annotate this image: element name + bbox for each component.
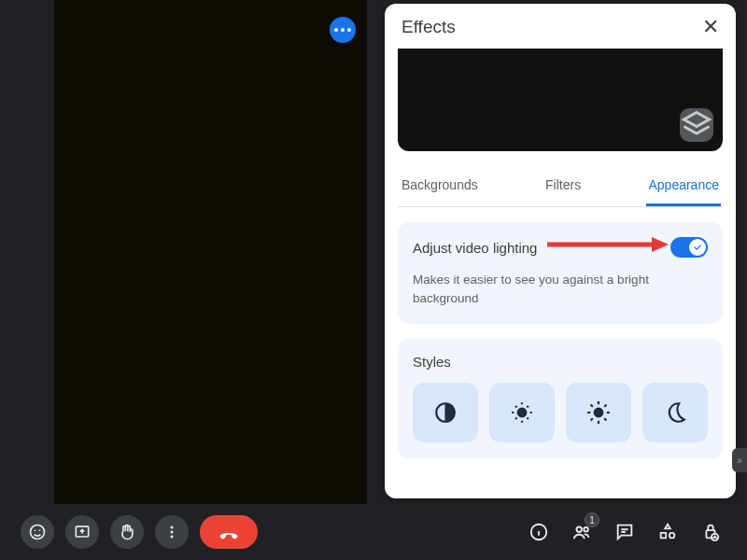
tab-filters[interactable]: Filters [543,170,583,206]
people-count-badge: 1 [585,512,599,527]
present-button[interactable] [65,515,99,549]
activities-button[interactable] [652,516,684,548]
svg-point-13 [577,527,583,533]
svg-point-4 [595,409,603,417]
svg-point-7 [39,530,41,532]
effects-panel-title: Effects [402,17,456,37]
adjust-lighting-label: Adjust video lighting [413,240,537,256]
svg-point-9 [171,526,174,529]
styles-card: Styles [398,339,723,459]
svg-point-6 [35,530,36,532]
svg-point-14 [584,527,588,532]
chat-button[interactable] [609,516,641,548]
svg-point-11 [171,536,174,539]
svg-point-10 [171,531,174,534]
svg-point-5 [31,525,45,539]
self-video-tile [54,0,367,504]
reactions-button[interactable] [21,515,54,549]
host-controls-button[interactable] [695,516,726,548]
end-call-button[interactable] [200,515,258,549]
layers-icon[interactable] [680,108,713,142]
meeting-toolbar: 1 [0,504,747,560]
style-contrast-button[interactable] [413,383,478,442]
styles-title: Styles [413,354,708,370]
effects-tabs: Backgrounds Filters Appearance [398,170,723,207]
video-tile-more-button[interactable] [330,17,356,43]
more-options-button[interactable] [155,515,189,549]
tab-backgrounds[interactable]: Backgrounds [400,170,480,206]
svg-rect-15 [661,533,667,539]
effects-video-preview [398,49,723,151]
style-bright-button[interactable] [566,383,631,442]
svg-point-16 [669,533,675,539]
style-dim-button[interactable] [489,383,555,442]
people-button[interactable]: 1 [566,516,598,548]
adjust-lighting-description: Makes it easier to see you against a bri… [413,271,708,307]
style-moon-button[interactable] [642,383,708,442]
adjust-lighting-card: Adjust video lighting Makes it easier to… [398,222,723,324]
svg-point-3 [518,409,527,417]
adjust-lighting-toggle[interactable] [670,237,708,258]
effects-panel-header: Effects ✕ [385,4,736,49]
side-panel-expand-tab[interactable]: » [732,448,747,472]
effects-panel: Effects ✕ Backgrounds Filters Appearance… [385,4,736,498]
close-icon[interactable]: ✕ [702,17,719,37]
meeting-details-button[interactable] [523,516,555,548]
raise-hand-button[interactable] [110,515,144,549]
tab-appearance[interactable]: Appearance [646,170,721,206]
